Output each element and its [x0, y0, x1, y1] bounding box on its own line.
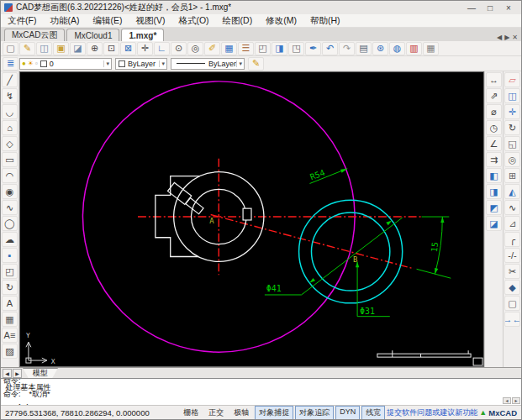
redo-icon[interactable]: ↷: [339, 42, 355, 55]
trim-icon[interactable]: ✂: [504, 264, 520, 279]
pdf-export-icon[interactable]: ▥: [406, 42, 422, 55]
menu-edit[interactable]: 编辑(E): [86, 15, 129, 27]
menu-view[interactable]: 视图(V): [129, 15, 171, 27]
dim-angular-icon[interactable]: ∠: [486, 136, 502, 151]
quick-open-icon[interactable]: ✎: [19, 42, 35, 55]
print-icon[interactable]: ▤: [356, 42, 372, 55]
dim-style-icon[interactable]: ◪: [486, 216, 502, 231]
dim-edit-icon[interactable]: ◧: [486, 168, 502, 183]
dim-update-icon[interactable]: ◩: [486, 200, 502, 215]
zoom-in-icon[interactable]: ⊕: [87, 42, 103, 55]
toggle-otrack[interactable]: 对象追踪: [295, 406, 334, 420]
scroll-left-icon[interactable]: ◂: [503, 397, 511, 404]
stretch-icon[interactable]: ⊿: [504, 216, 520, 231]
dim-angle-15[interactable]: 15: [417, 217, 451, 278]
layout-next-icon[interactable]: ▶: [13, 369, 22, 378]
draw-polyline-icon[interactable]: ↯: [2, 88, 18, 103]
join-icon[interactable]: →←: [504, 312, 520, 327]
display-settings-icon[interactable]: ◨: [272, 42, 287, 55]
break-icon[interactable]: -/-: [504, 248, 520, 263]
doc-tab-1-mxg[interactable]: 1.mxg*: [121, 29, 164, 41]
scale-icon[interactable]: ◱: [504, 136, 520, 151]
menu-help[interactable]: 帮助(H): [303, 15, 347, 27]
model-tab[interactable]: 模型: [23, 368, 58, 378]
toggle-lineweight[interactable]: 线宽: [361, 406, 385, 420]
layout-prev-icon[interactable]: ◀: [3, 369, 12, 378]
dim-radius-icon[interactable]: ◷: [486, 120, 502, 135]
toggle-polar[interactable]: 极轴: [229, 406, 253, 420]
make-block-icon[interactable]: ↻: [2, 280, 18, 295]
view-rotate-icon[interactable]: ∟: [154, 42, 170, 55]
cad-drawing[interactable]: A B R54 Φ41: [20, 72, 483, 366]
tab-scroll-left-icon[interactable]: ◀: [497, 34, 502, 41]
label-point-a[interactable]: A: [209, 217, 214, 225]
menu-modify[interactable]: 修改(M): [259, 15, 303, 27]
draw-mtext-icon[interactable]: A≡: [2, 328, 18, 343]
draw-revcloud-icon[interactable]: ☁: [2, 232, 18, 247]
color-palette-icon[interactable]: ▦: [221, 42, 237, 55]
draw-spline-icon[interactable]: ∿: [2, 200, 18, 215]
command-input[interactable]: 命令:: [3, 397, 519, 405]
mirror-icon[interactable]: ◭: [504, 184, 520, 199]
menu-function[interactable]: 功能(A): [43, 15, 86, 27]
drawing-canvas[interactable]: A B R54 Φ41: [19, 71, 484, 367]
draw-text-icon[interactable]: A: [2, 296, 18, 311]
select-set-icon[interactable]: ◳: [288, 42, 304, 55]
insert-raster-icon[interactable]: ▦: [423, 42, 439, 55]
save-icon[interactable]: ◫: [36, 42, 52, 55]
copy-icon[interactable]: ◫: [504, 88, 520, 103]
new-file-icon[interactable]: ▢: [3, 42, 18, 55]
dim-r54[interactable]: R54: [308, 168, 347, 184]
draw-rectangle-icon[interactable]: ▭: [2, 152, 18, 167]
dim-baseline-icon[interactable]: ⇉: [486, 152, 502, 167]
match-properties-icon[interactable]: ✎: [248, 57, 264, 71]
draw-hatch-icon[interactable]: ▨: [2, 344, 18, 359]
layer-manager-icon[interactable]: ≣: [3, 57, 18, 71]
annotate-icon[interactable]: ✐: [204, 42, 220, 55]
offset-icon[interactable]: ◎: [504, 152, 520, 167]
move-icon[interactable]: ✛: [504, 104, 520, 119]
array-icon[interactable]: ⊞: [504, 168, 520, 183]
erase-icon[interactable]: ▱: [504, 72, 520, 87]
color-select[interactable]: ByLayer ▾: [115, 58, 167, 70]
tab-close-icon[interactable]: ✕: [512, 34, 518, 41]
part-body-outline[interactable]: [156, 176, 200, 257]
part-keyway[interactable]: [243, 208, 251, 220]
map-service-icon[interactable]: ◍: [389, 42, 405, 55]
rotate-icon[interactable]: ↻: [504, 120, 520, 135]
close-button[interactable]: ×: [499, 3, 518, 13]
scroll-right-icon[interactable]: ▸: [512, 397, 520, 404]
draw-line-icon[interactable]: ╱: [2, 72, 18, 87]
zoom-window-icon[interactable]: ⊡: [103, 42, 119, 55]
layer-select[interactable]: ● ☀ ▫ 0 ▾: [19, 58, 112, 70]
dim-linear-icon[interactable]: ↔: [486, 72, 502, 87]
menu-draw[interactable]: 绘图(D): [216, 15, 260, 27]
toggle-osnap[interactable]: 对象捕捉: [255, 406, 293, 420]
draw-circle-icon[interactable]: ◉: [2, 184, 18, 199]
dim-text-edit-icon[interactable]: ◨: [486, 184, 502, 199]
doc-tab-mxcad-cloud[interactable]: MxCAD云图: [4, 29, 65, 41]
tab-scroll-right-icon[interactable]: ▶: [504, 34, 509, 41]
doc-tab-mxcloud1[interactable]: MxCloud1: [66, 29, 119, 41]
dim-phi41[interactable]: Φ41: [265, 218, 403, 295]
part-tab-neck[interactable]: [186, 198, 203, 214]
dim-angle-text[interactable]: 15: [430, 242, 440, 253]
pan-icon[interactable]: ✛: [137, 42, 153, 55]
dim-diameter-icon[interactable]: ⌀: [486, 104, 502, 119]
toggle-grid[interactable]: 栅格: [179, 406, 203, 420]
dim-r54-text[interactable]: R54: [308, 168, 326, 182]
object-props-icon[interactable]: ✒: [305, 42, 321, 55]
solid-3d-icon[interactable]: ◆: [504, 280, 520, 295]
menu-file[interactable]: 文件(F): [1, 15, 43, 27]
scale-bar[interactable]: [377, 350, 482, 365]
feedback-link[interactable]: 提交软件问题或建议新功能: [387, 407, 477, 418]
open-folder-icon[interactable]: ▣: [53, 42, 69, 55]
polyline-edit-icon[interactable]: ∿: [504, 200, 520, 215]
draw-polygon-icon[interactable]: ⌂: [2, 120, 18, 135]
draw-point-icon[interactable]: ▪: [2, 248, 18, 263]
draw-polygon-edge-icon[interactable]: ◇: [2, 136, 18, 151]
dim-phi41-text[interactable]: Φ41: [266, 284, 282, 293]
toggle-dyn[interactable]: DYN: [335, 406, 360, 420]
dim-aligned-icon[interactable]: ⇗: [486, 88, 502, 103]
fillet-icon[interactable]: ╭: [504, 232, 520, 247]
